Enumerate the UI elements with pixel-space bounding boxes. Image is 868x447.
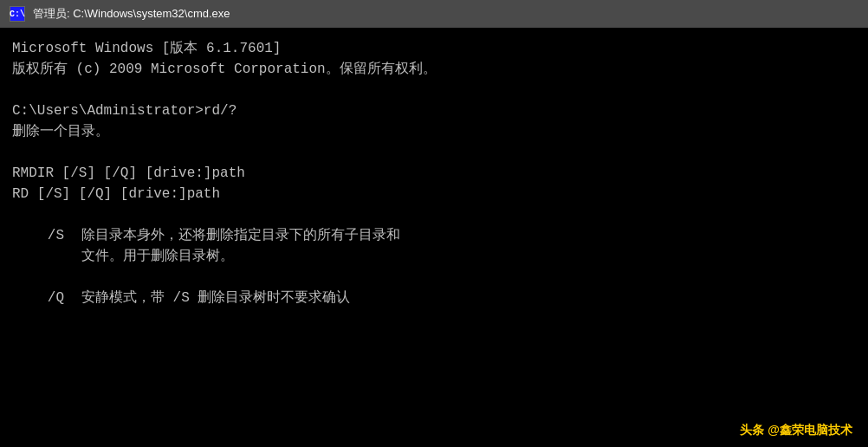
titlebar-title: 管理员: C:\Windows\system32\cmd.exe (33, 6, 859, 22)
terminal-body[interactable]: Microsoft Windows [版本 6.1.7601] 版权所有 (c)… (0, 28, 868, 447)
cmd-logo: C:\ (10, 6, 25, 22)
terminal-line-empty2 (12, 267, 856, 288)
terminal-line-7: RMDIR [/S] [/Q] [drive:]path (12, 163, 856, 184)
terminal-s-block: /S 除目录本身外，还将删除指定目录下的所有子目录和 (12, 225, 856, 246)
terminal-line-9 (12, 204, 856, 225)
terminal-line-3 (12, 80, 856, 100)
cmd-window: C:\ 管理员: C:\Windows\system32\cmd.exe Mic… (0, 0, 868, 447)
s-flag-desc1: 除目录本身外，还将删除指定目录下的所有子目录和 (81, 225, 856, 246)
watermark: 头条 @鑫荣电脑技术 (735, 421, 858, 440)
q-flag-desc: 安静模式，带 /S 删除目录树时不要求确认 (81, 288, 856, 308)
terminal-line-8: RD [/S] [/Q] [drive:]path (12, 184, 856, 204)
q-flag-label: /Q (12, 288, 81, 308)
titlebar: C:\ 管理员: C:\Windows\system32\cmd.exe (0, 0, 868, 28)
s-flag-desc2: 文件。用于删除目录树。 (81, 246, 856, 267)
terminal-line-1: Microsoft Windows [版本 6.1.7601] (12, 38, 856, 59)
terminal-line-4: C:\Users\Administrator>rd/? (12, 100, 856, 121)
terminal-line-6 (12, 142, 856, 163)
terminal-line-5: 删除一个目录。 (12, 121, 856, 142)
terminal-s-block-2: 文件。用于删除目录树。 (12, 246, 856, 267)
cmd-icon: C:\ (9, 5, 26, 23)
terminal-q-block: /Q 安静模式，带 /S 删除目录树时不要求确认 (12, 288, 856, 308)
s-flag-label: /S (12, 225, 81, 246)
terminal-line-2: 版权所有 (c) 2009 Microsoft Corporation。保留所有… (12, 59, 856, 80)
s-flag-empty (12, 246, 81, 267)
